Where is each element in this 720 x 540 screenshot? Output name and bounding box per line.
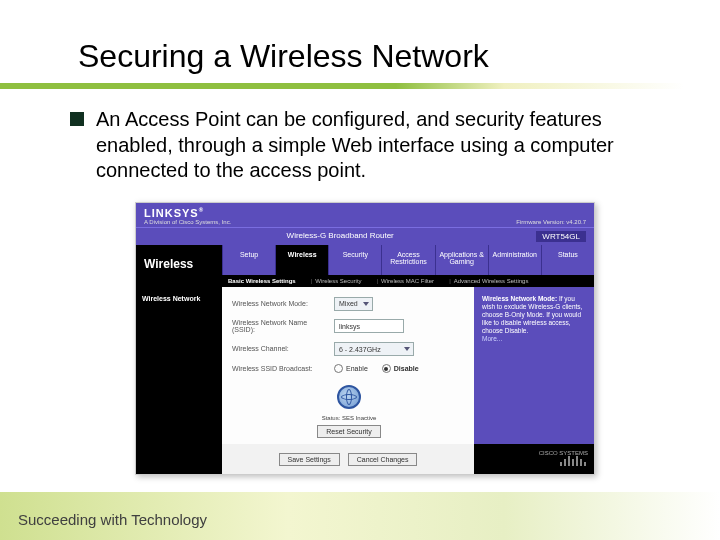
router-brand: LINKSYS® A Division of Cisco Systems, In… xyxy=(144,207,231,225)
ssid-input[interactable]: linksys xyxy=(334,319,404,333)
bullet-square-icon xyxy=(70,112,84,126)
help-heading: Wireless Network Mode: xyxy=(482,295,557,302)
broadcast-label: Wireless SSID Broadcast: xyxy=(232,365,328,373)
subtab-advanced[interactable]: |Advanced Wireless Settings xyxy=(440,275,534,287)
ses-status: Status: SES Inactive xyxy=(232,415,466,421)
save-settings-button[interactable]: Save Settings xyxy=(279,453,340,466)
mode-select[interactable]: Mixed xyxy=(334,297,373,311)
router-brand-bar: LINKSYS® A Division of Cisco Systems, In… xyxy=(136,203,594,227)
help-more-link[interactable]: More... xyxy=(482,335,502,342)
tab-status[interactable]: Status xyxy=(541,245,594,275)
tab-setup[interactable]: Setup xyxy=(222,245,275,275)
ssid-label: Wireless Network Name (SSID): xyxy=(232,319,328,334)
radio-icon xyxy=(334,364,343,373)
cancel-changes-button[interactable]: Cancel Changes xyxy=(348,453,418,466)
tab-access-restrictions[interactable]: Access Restrictions xyxy=(381,245,434,275)
radio-icon xyxy=(382,364,391,373)
channel-select[interactable]: 6 - 2.437GHz xyxy=(334,342,414,356)
router-title-bar: Wireless-G Broadband Router WRT54GL xyxy=(136,227,594,245)
left-section-label: Wireless Network xyxy=(136,287,222,444)
slide-title: Securing a Wireless Network xyxy=(0,38,720,81)
subtab-basic-wireless[interactable]: Basic Wireless Settings xyxy=(222,275,302,287)
help-panel: Wireless Network Mode: If you wish to ex… xyxy=(474,287,594,444)
broadcast-enable-radio[interactable]: Enable xyxy=(334,364,368,373)
bullet-text: An Access Point can be configured, and s… xyxy=(96,107,660,184)
main-tabs: Setup Wireless Security Access Restricti… xyxy=(222,245,594,275)
subtab-mac-filter[interactable]: |Wireless MAC Filter xyxy=(368,275,441,287)
sub-tabs: Basic Wireless Settings |Wireless Securi… xyxy=(136,275,594,287)
channel-label: Wireless Channel: xyxy=(232,345,328,353)
brand-subtitle: A Division of Cisco Systems, Inc. xyxy=(144,219,231,225)
broadcast-disable-radio[interactable]: Disable xyxy=(382,364,419,373)
router-admin-screenshot: LINKSYS® A Division of Cisco Systems, In… xyxy=(135,202,595,475)
subtab-wireless-security[interactable]: |Wireless Security xyxy=(302,275,368,287)
settings-panel: Wireless Network Mode: Mixed Wireless Ne… xyxy=(222,287,474,444)
slide-footer: Succeeding with Technology xyxy=(18,511,207,528)
broadcast-disable-label: Disable xyxy=(394,365,419,372)
tab-wireless[interactable]: Wireless xyxy=(275,245,328,275)
bullet-item: An Access Point can be configured, and s… xyxy=(70,107,660,184)
tab-applications-gaming[interactable]: Applications & Gaming xyxy=(435,245,488,275)
reset-security-button[interactable]: Reset Security xyxy=(317,425,381,438)
ses-globe-icon xyxy=(333,381,365,413)
product-title: Wireless-G Broadband Router xyxy=(287,231,394,242)
brand-text: LINKSYS xyxy=(144,207,199,219)
tab-administration[interactable]: Administration xyxy=(488,245,541,275)
tab-security[interactable]: Security xyxy=(328,245,381,275)
cisco-logo-icon xyxy=(560,456,588,468)
broadcast-enable-label: Enable xyxy=(346,365,368,372)
firmware-version: Firmware Version: v4.20.7 xyxy=(516,219,586,225)
mode-label: Wireless Network Mode: xyxy=(232,300,328,308)
router-bottom-bar: Save Settings Cancel Changes CISCO SYSTE… xyxy=(136,444,594,474)
section-side-label: Wireless xyxy=(136,245,222,275)
product-model: WRT54GL xyxy=(536,231,586,242)
